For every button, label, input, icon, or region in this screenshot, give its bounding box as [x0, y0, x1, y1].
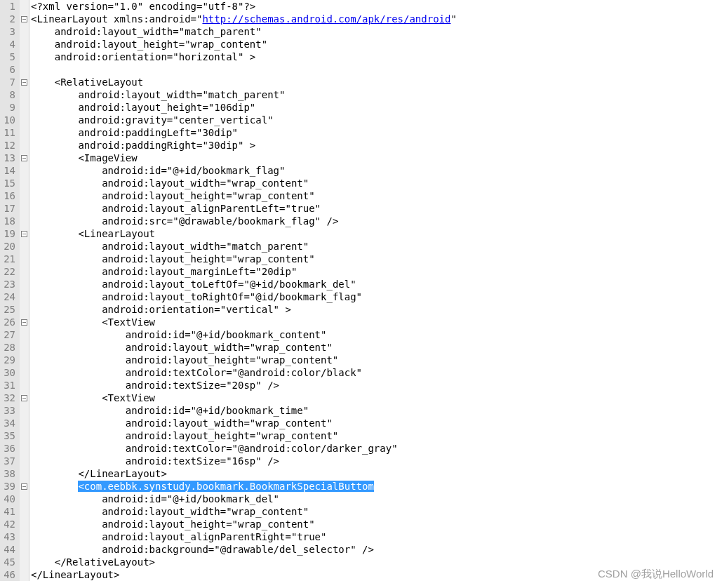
code-line[interactable]: <RelativeLayout	[31, 76, 722, 88]
code-line[interactable]: </LinearLayout>	[31, 467, 722, 480]
fold-marker-slot	[20, 379, 29, 392]
code-text: </LinearLayout>	[78, 468, 166, 479]
code-line[interactable]: android:id="@+id/bookmark_content"	[31, 328, 722, 341]
code-line[interactable]: <com.eebbk.synstudy.bookmark.BookmarkSpe…	[31, 480, 722, 493]
fold-marker-slot	[20, 467, 29, 480]
line-number: 6	[3, 63, 15, 76]
code-line[interactable]: android:textColor="@android:color/darker…	[31, 442, 722, 455]
code-text: android:layout_marginLeft="20dip"	[102, 266, 297, 277]
code-line[interactable]: android:layout_width="wrap_content"	[31, 177, 722, 189]
code-line[interactable]: android:layout_height="106dip"	[31, 101, 722, 114]
code-editor[interactable]: 1234567891011121314151617181920212223242…	[0, 0, 722, 581]
code-line[interactable]: android:orientation="horizontal" >	[31, 51, 722, 63]
line-number: 35	[3, 429, 15, 442]
fold-marker-slot	[20, 354, 29, 366]
code-text: android:textColor="@android:color/darker…	[126, 443, 398, 454]
code-line[interactable]: <TextView	[31, 392, 722, 404]
fold-marker-slot	[20, 556, 29, 568]
code-line[interactable]: android:layout_width="wrap_content"	[31, 505, 722, 518]
fold-toggle-icon[interactable]	[21, 155, 27, 161]
code-line[interactable]: android:textSize="16sp" />	[31, 455, 722, 467]
code-line[interactable]: </RelativeLayout>	[31, 556, 722, 568]
fold-marker-slot	[20, 114, 29, 126]
code-line[interactable]: android:layout_height="wrap_content"	[31, 429, 722, 442]
fold-marker-slot	[20, 278, 29, 290]
fold-marker-slot	[20, 568, 29, 581]
line-number: 41	[3, 505, 15, 518]
fold-marker-slot	[20, 25, 29, 38]
code-text: android:layout_height="wrap_content"	[126, 430, 338, 441]
code-line[interactable]: android:layout_height="wrap_content"	[31, 253, 722, 265]
fold-marker-slot	[20, 38, 29, 51]
code-line[interactable]: android:id="@+id/bookmark_time"	[31, 404, 722, 417]
fold-toggle-icon[interactable]	[21, 483, 27, 490]
code-line[interactable]: android:orientation="vertical" >	[31, 303, 722, 316]
code-line[interactable]: <LinearLayout	[31, 227, 722, 240]
line-number: 3	[3, 25, 15, 38]
code-line[interactable]: android:layout_width="match_parent"	[31, 88, 722, 101]
fold-marker-slot	[20, 455, 29, 467]
code-line[interactable]: android:layout_toLeftOf="@+id/bookmark_d…	[31, 278, 722, 290]
code-line[interactable]: android:layout_width="match_parent"	[31, 240, 722, 253]
fold-marker-slot	[20, 341, 29, 354]
url-link[interactable]: http://schemas.android.com/apk/res/andro…	[202, 13, 450, 25]
fold-toggle-icon[interactable]	[21, 79, 27, 86]
code-line[interactable]: android:layout_height="wrap_content"	[31, 38, 722, 51]
code-line[interactable]: android:paddingRight="30dip" >	[31, 139, 722, 152]
code-line[interactable]: android:layout_height="wrap_content"	[31, 189, 722, 202]
code-line[interactable]: android:gravity="center_vertical"	[31, 114, 722, 126]
code-text: </LinearLayout>	[31, 569, 119, 580]
code-line[interactable]: android:layout_marginLeft="20dip"	[31, 265, 722, 278]
code-area[interactable]: <?xml version="1.0" encoding="utf-8"?><L…	[29, 0, 722, 581]
code-line[interactable]: <?xml version="1.0" encoding="utf-8"?>	[31, 0, 722, 13]
code-line[interactable]: android:background="@drawable/del_select…	[31, 543, 722, 556]
code-line[interactable]: android:layout_width="wrap_content"	[31, 341, 722, 354]
code-line[interactable]: android:layout_width="match_parent"	[31, 25, 722, 38]
code-text: android:orientation="horizontal" >	[55, 51, 256, 62]
line-number: 17	[3, 202, 15, 215]
line-number: 9	[3, 101, 15, 114]
line-number: 34	[3, 417, 15, 429]
code-text: android:textColor="@android:color/black"	[126, 367, 362, 378]
fold-marker-slot	[20, 530, 29, 543]
code-line[interactable]: android:layout_toRightOf="@id/bookmark_f…	[31, 290, 722, 303]
code-line[interactable]: <TextView	[31, 316, 722, 328]
fold-marker-slot	[20, 518, 29, 530]
code-line[interactable]: android:src="@drawable/bookmark_flag" />	[31, 215, 722, 227]
fold-marker-slot	[20, 101, 29, 114]
code-line[interactable]: android:id="@+id/bookmark_flag"	[31, 164, 722, 177]
code-text: android:layout_width="match_parent"	[78, 89, 285, 100]
code-line[interactable]: <ImageView	[31, 152, 722, 164]
line-number: 7	[3, 76, 15, 88]
fold-toggle-icon[interactable]	[21, 319, 27, 326]
code-line[interactable]: android:id="@+id/bookmark_del"	[31, 493, 722, 505]
code-line[interactable]: </LinearLayout>	[31, 568, 722, 581]
code-line[interactable]: android:layout_alignParentRight="true"	[31, 530, 722, 543]
code-line[interactable]: android:textSize="20sp" />	[31, 379, 722, 392]
code-text: android:textSize="20sp" />	[126, 380, 279, 391]
code-line[interactable]: android:layout_alignParentLeft="true"	[31, 202, 722, 215]
fold-toggle-icon[interactable]	[21, 231, 27, 237]
line-number: 40	[3, 493, 15, 505]
fold-marker-slot	[20, 164, 29, 177]
code-line[interactable]: android:layout_height="wrap_content"	[31, 518, 722, 530]
fold-marker-slot	[20, 290, 29, 303]
code-line[interactable]: android:paddingLeft="30dip"	[31, 126, 722, 139]
code-line[interactable]: android:layout_height="wrap_content"	[31, 354, 722, 366]
code-line[interactable]: <LinearLayout xmlns:android="http://sche…	[31, 13, 722, 25]
line-number: 36	[3, 442, 15, 455]
line-number: 24	[3, 290, 15, 303]
code-text: android:layout_alignParentRight="true"	[102, 531, 326, 542]
code-text: android:id="@+id/bookmark_flag"	[102, 165, 285, 176]
fold-marker-slot	[20, 316, 29, 328]
code-text: android:src="@drawable/bookmark_flag" />	[102, 215, 338, 227]
code-line[interactable]: android:layout_width="wrap_content"	[31, 417, 722, 429]
fold-toggle-icon[interactable]	[21, 395, 27, 401]
fold-marker-slot	[20, 152, 29, 164]
code-line[interactable]: android:textColor="@android:color/black"	[31, 366, 722, 379]
fold-toggle-icon[interactable]	[21, 16, 27, 22]
fold-column[interactable]	[20, 0, 29, 581]
code-line[interactable]	[31, 63, 722, 76]
fold-marker-slot	[20, 442, 29, 455]
fold-marker-slot	[20, 88, 29, 101]
